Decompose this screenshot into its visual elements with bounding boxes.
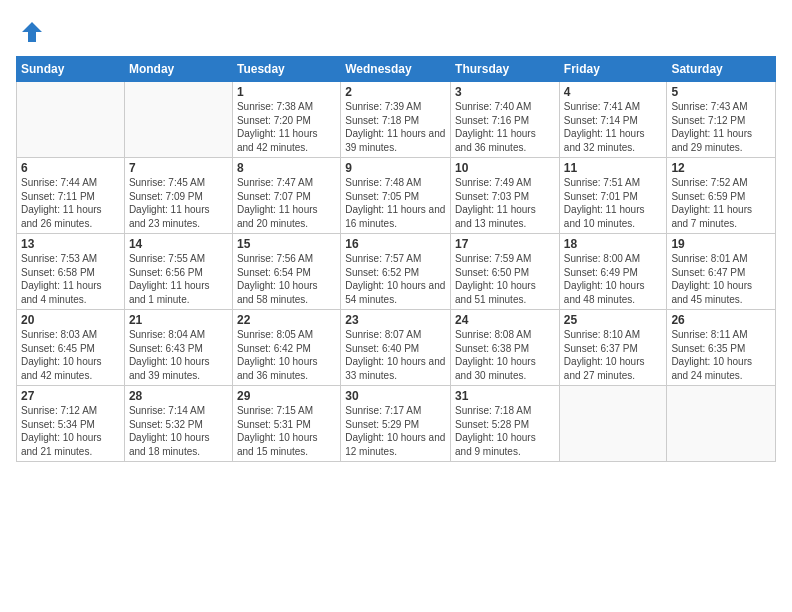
day-number: 2 [345, 85, 446, 99]
calendar-week-row: 1Sunrise: 7:38 AMSunset: 7:20 PMDaylight… [17, 82, 776, 158]
day-info: Sunrise: 8:00 AMSunset: 6:49 PMDaylight:… [564, 252, 663, 306]
calendar-cell: 17Sunrise: 7:59 AMSunset: 6:50 PMDayligh… [451, 234, 560, 310]
day-info: Sunrise: 8:01 AMSunset: 6:47 PMDaylight:… [671, 252, 771, 306]
day-number: 18 [564, 237, 663, 251]
calendar-cell: 6Sunrise: 7:44 AMSunset: 7:11 PMDaylight… [17, 158, 125, 234]
day-info: Sunrise: 7:40 AMSunset: 7:16 PMDaylight:… [455, 100, 555, 154]
calendar-cell: 9Sunrise: 7:48 AMSunset: 7:05 PMDaylight… [341, 158, 451, 234]
day-info: Sunrise: 7:45 AMSunset: 7:09 PMDaylight:… [129, 176, 228, 230]
calendar-cell: 22Sunrise: 8:05 AMSunset: 6:42 PMDayligh… [232, 310, 340, 386]
day-number: 19 [671, 237, 771, 251]
day-number: 27 [21, 389, 120, 403]
calendar-cell: 7Sunrise: 7:45 AMSunset: 7:09 PMDaylight… [124, 158, 232, 234]
calendar-cell: 30Sunrise: 7:17 AMSunset: 5:29 PMDayligh… [341, 386, 451, 462]
calendar-cell: 20Sunrise: 8:03 AMSunset: 6:45 PMDayligh… [17, 310, 125, 386]
day-info: Sunrise: 7:49 AMSunset: 7:03 PMDaylight:… [455, 176, 555, 230]
day-info: Sunrise: 7:38 AMSunset: 7:20 PMDaylight:… [237, 100, 336, 154]
calendar-week-row: 20Sunrise: 8:03 AMSunset: 6:45 PMDayligh… [17, 310, 776, 386]
calendar-cell: 29Sunrise: 7:15 AMSunset: 5:31 PMDayligh… [232, 386, 340, 462]
day-info: Sunrise: 7:14 AMSunset: 5:32 PMDaylight:… [129, 404, 228, 458]
day-info: Sunrise: 7:53 AMSunset: 6:58 PMDaylight:… [21, 252, 120, 306]
day-info: Sunrise: 8:04 AMSunset: 6:43 PMDaylight:… [129, 328, 228, 382]
calendar-cell: 31Sunrise: 7:18 AMSunset: 5:28 PMDayligh… [451, 386, 560, 462]
day-number: 22 [237, 313, 336, 327]
header [16, 16, 776, 46]
weekday-header: Thursday [451, 57, 560, 82]
calendar-cell: 8Sunrise: 7:47 AMSunset: 7:07 PMDaylight… [232, 158, 340, 234]
day-info: Sunrise: 7:47 AMSunset: 7:07 PMDaylight:… [237, 176, 336, 230]
calendar-cell [667, 386, 776, 462]
calendar-week-row: 13Sunrise: 7:53 AMSunset: 6:58 PMDayligh… [17, 234, 776, 310]
day-info: Sunrise: 7:52 AMSunset: 6:59 PMDaylight:… [671, 176, 771, 230]
day-info: Sunrise: 8:10 AMSunset: 6:37 PMDaylight:… [564, 328, 663, 382]
day-number: 26 [671, 313, 771, 327]
calendar-cell: 21Sunrise: 8:04 AMSunset: 6:43 PMDayligh… [124, 310, 232, 386]
day-number: 5 [671, 85, 771, 99]
day-info: Sunrise: 7:57 AMSunset: 6:52 PMDaylight:… [345, 252, 446, 306]
day-info: Sunrise: 7:41 AMSunset: 7:14 PMDaylight:… [564, 100, 663, 154]
day-info: Sunrise: 7:55 AMSunset: 6:56 PMDaylight:… [129, 252, 228, 306]
day-number: 16 [345, 237, 446, 251]
day-number: 23 [345, 313, 446, 327]
day-info: Sunrise: 7:39 AMSunset: 7:18 PMDaylight:… [345, 100, 446, 154]
calendar-cell: 12Sunrise: 7:52 AMSunset: 6:59 PMDayligh… [667, 158, 776, 234]
day-info: Sunrise: 7:17 AMSunset: 5:29 PMDaylight:… [345, 404, 446, 458]
calendar-cell: 15Sunrise: 7:56 AMSunset: 6:54 PMDayligh… [232, 234, 340, 310]
day-number: 20 [21, 313, 120, 327]
calendar-cell: 26Sunrise: 8:11 AMSunset: 6:35 PMDayligh… [667, 310, 776, 386]
calendar-cell: 23Sunrise: 8:07 AMSunset: 6:40 PMDayligh… [341, 310, 451, 386]
day-number: 28 [129, 389, 228, 403]
calendar-cell: 24Sunrise: 8:08 AMSunset: 6:38 PMDayligh… [451, 310, 560, 386]
calendar-cell: 19Sunrise: 8:01 AMSunset: 6:47 PMDayligh… [667, 234, 776, 310]
weekday-header: Tuesday [232, 57, 340, 82]
day-number: 21 [129, 313, 228, 327]
logo [16, 16, 46, 46]
day-number: 1 [237, 85, 336, 99]
day-number: 29 [237, 389, 336, 403]
calendar: SundayMondayTuesdayWednesdayThursdayFrid… [16, 56, 776, 462]
day-number: 30 [345, 389, 446, 403]
logo-arrow-icon [18, 18, 46, 46]
calendar-cell: 28Sunrise: 7:14 AMSunset: 5:32 PMDayligh… [124, 386, 232, 462]
weekday-header: Saturday [667, 57, 776, 82]
calendar-cell: 3Sunrise: 7:40 AMSunset: 7:16 PMDaylight… [451, 82, 560, 158]
day-info: Sunrise: 7:59 AMSunset: 6:50 PMDaylight:… [455, 252, 555, 306]
calendar-cell: 16Sunrise: 7:57 AMSunset: 6:52 PMDayligh… [341, 234, 451, 310]
day-number: 4 [564, 85, 663, 99]
day-info: Sunrise: 7:44 AMSunset: 7:11 PMDaylight:… [21, 176, 120, 230]
svg-marker-0 [22, 22, 42, 42]
day-info: Sunrise: 7:56 AMSunset: 6:54 PMDaylight:… [237, 252, 336, 306]
day-info: Sunrise: 7:18 AMSunset: 5:28 PMDaylight:… [455, 404, 555, 458]
calendar-week-row: 6Sunrise: 7:44 AMSunset: 7:11 PMDaylight… [17, 158, 776, 234]
day-number: 25 [564, 313, 663, 327]
day-info: Sunrise: 7:48 AMSunset: 7:05 PMDaylight:… [345, 176, 446, 230]
weekday-header: Wednesday [341, 57, 451, 82]
calendar-header-row: SundayMondayTuesdayWednesdayThursdayFrid… [17, 57, 776, 82]
calendar-cell: 4Sunrise: 7:41 AMSunset: 7:14 PMDaylight… [559, 82, 667, 158]
calendar-cell [17, 82, 125, 158]
weekday-header: Friday [559, 57, 667, 82]
day-number: 9 [345, 161, 446, 175]
day-number: 3 [455, 85, 555, 99]
day-info: Sunrise: 7:12 AMSunset: 5:34 PMDaylight:… [21, 404, 120, 458]
day-number: 11 [564, 161, 663, 175]
calendar-cell: 18Sunrise: 8:00 AMSunset: 6:49 PMDayligh… [559, 234, 667, 310]
day-number: 17 [455, 237, 555, 251]
day-number: 6 [21, 161, 120, 175]
day-info: Sunrise: 7:15 AMSunset: 5:31 PMDaylight:… [237, 404, 336, 458]
day-info: Sunrise: 8:11 AMSunset: 6:35 PMDaylight:… [671, 328, 771, 382]
day-number: 7 [129, 161, 228, 175]
calendar-cell: 27Sunrise: 7:12 AMSunset: 5:34 PMDayligh… [17, 386, 125, 462]
day-number: 15 [237, 237, 336, 251]
day-info: Sunrise: 8:08 AMSunset: 6:38 PMDaylight:… [455, 328, 555, 382]
day-number: 31 [455, 389, 555, 403]
calendar-cell: 10Sunrise: 7:49 AMSunset: 7:03 PMDayligh… [451, 158, 560, 234]
day-info: Sunrise: 8:03 AMSunset: 6:45 PMDaylight:… [21, 328, 120, 382]
calendar-cell: 13Sunrise: 7:53 AMSunset: 6:58 PMDayligh… [17, 234, 125, 310]
calendar-cell: 1Sunrise: 7:38 AMSunset: 7:20 PMDaylight… [232, 82, 340, 158]
calendar-cell: 5Sunrise: 7:43 AMSunset: 7:12 PMDaylight… [667, 82, 776, 158]
day-info: Sunrise: 7:51 AMSunset: 7:01 PMDaylight:… [564, 176, 663, 230]
day-number: 24 [455, 313, 555, 327]
page: SundayMondayTuesdayWednesdayThursdayFrid… [0, 0, 792, 612]
weekday-header: Sunday [17, 57, 125, 82]
